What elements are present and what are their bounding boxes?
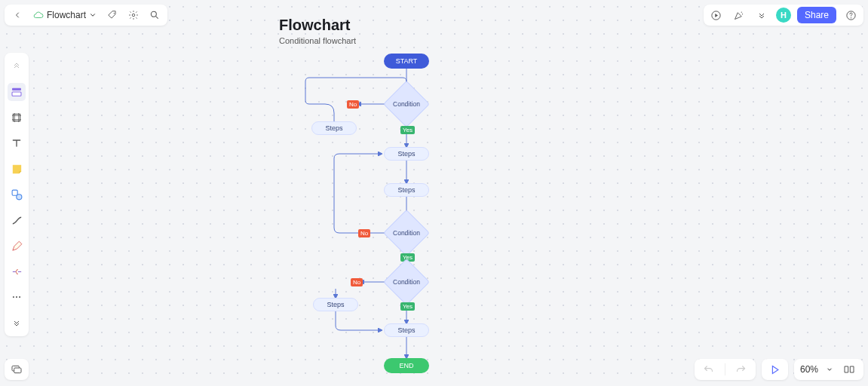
node-condition-3[interactable]: Condition — [390, 265, 423, 299]
layers-panel-button[interactable] — [5, 359, 29, 380]
bottom-right-controls: 60% — [695, 359, 863, 380]
chevron-down-icon — [89, 11, 97, 19]
settings-button[interactable] — [125, 7, 142, 23]
more-tools-button[interactable] — [8, 288, 26, 306]
templates-tool[interactable] — [8, 83, 26, 101]
edge-label-yes-3: Yes — [400, 302, 415, 311]
undo-button[interactable] — [701, 361, 717, 378]
collapse-up-button[interactable] — [8, 57, 26, 75]
svg-rect-22 — [14, 368, 21, 373]
node-steps-5-label: Steps — [397, 326, 415, 334]
node-steps-5[interactable]: Steps — [384, 323, 429, 337]
svg-point-2 — [151, 11, 156, 17]
top-left-toolbar: Flowchart — [5, 5, 167, 26]
node-steps-no-1[interactable]: Steps — [311, 121, 357, 135]
svg-rect-10 — [12, 92, 21, 96]
node-condition-1-label: Condition — [393, 100, 420, 108]
redo-button[interactable] — [733, 361, 750, 378]
confetti-button[interactable] — [731, 7, 747, 23]
avatar[interactable]: H — [776, 8, 791, 23]
svg-line-3 — [156, 17, 158, 19]
left-toolbar — [5, 53, 29, 336]
zoom-value[interactable]: 60% — [800, 364, 818, 375]
svg-point-5 — [741, 11, 742, 12]
divider — [725, 363, 725, 375]
help-button[interactable] — [842, 7, 859, 23]
search-button[interactable] — [146, 7, 163, 23]
frame-tool[interactable] — [8, 109, 26, 127]
node-start-label: START — [396, 57, 418, 65]
share-button[interactable]: Share — [797, 7, 836, 23]
node-start[interactable]: START — [384, 54, 429, 69]
svg-rect-9 — [12, 88, 21, 90]
node-steps-2[interactable]: Steps — [384, 147, 429, 161]
present-button[interactable] — [708, 7, 725, 23]
mindmap-tool[interactable] — [8, 262, 26, 280]
edge-label-yes-1: Yes — [400, 126, 415, 134]
collapse-down-button[interactable] — [8, 314, 26, 332]
svg-point-19 — [16, 296, 17, 298]
tag-button[interactable] — [104, 7, 121, 23]
svg-point-17 — [16, 194, 21, 199]
node-condition-3-label: Condition — [393, 278, 420, 286]
canvas[interactable] — [0, 0, 868, 386]
minimap-button[interactable] — [841, 361, 857, 378]
svg-point-0 — [114, 13, 115, 14]
top-right-toolbar: H Share — [704, 5, 863, 26]
document-title: Flowchart — [47, 10, 86, 20]
connector-tool[interactable] — [8, 211, 26, 229]
node-steps-no-3[interactable]: Steps — [313, 298, 358, 311]
zoom-controls: 60% — [794, 359, 863, 380]
node-end[interactable]: END — [384, 358, 429, 373]
svg-rect-11 — [13, 114, 20, 121]
svg-point-20 — [19, 296, 20, 298]
more-chevron-button[interactable] — [753, 7, 770, 23]
edge-label-no-2: No — [358, 229, 370, 237]
chevron-down-icon[interactable] — [826, 366, 833, 373]
edge-label-no-1: No — [347, 100, 359, 109]
sticky-note-tool[interactable] — [8, 160, 26, 178]
pen-tool[interactable] — [8, 237, 26, 255]
node-end-label: END — [399, 362, 413, 369]
cloud-sync-icon — [33, 10, 44, 20]
svg-point-18 — [13, 296, 14, 298]
svg-point-1 — [132, 14, 135, 17]
node-condition-2[interactable]: Condition — [390, 216, 423, 250]
svg-rect-16 — [12, 190, 17, 195]
pointer-mode-button[interactable] — [762, 359, 788, 380]
node-condition-1[interactable]: Condition — [390, 87, 423, 121]
document-title-dropdown[interactable]: Flowchart — [30, 10, 100, 20]
page-subtitle[interactable]: Conditional flowchart — [279, 36, 356, 45]
svg-point-6 — [742, 14, 743, 14]
node-steps-3[interactable]: Steps — [384, 183, 429, 197]
svg-point-8 — [850, 17, 851, 18]
page-title[interactable]: Flowchart — [279, 17, 350, 34]
node-steps-3-label: Steps — [397, 186, 415, 194]
node-condition-2-label: Condition — [393, 229, 420, 237]
node-steps-no-1-label: Steps — [325, 124, 342, 132]
node-steps-2-label: Steps — [397, 150, 415, 158]
history-controls — [695, 359, 756, 380]
back-button[interactable] — [9, 7, 26, 23]
node-steps-no-3-label: Steps — [327, 301, 344, 308]
text-tool[interactable] — [8, 134, 26, 152]
shapes-tool[interactable] — [8, 185, 26, 204]
edge-label-no-3: No — [351, 278, 363, 286]
